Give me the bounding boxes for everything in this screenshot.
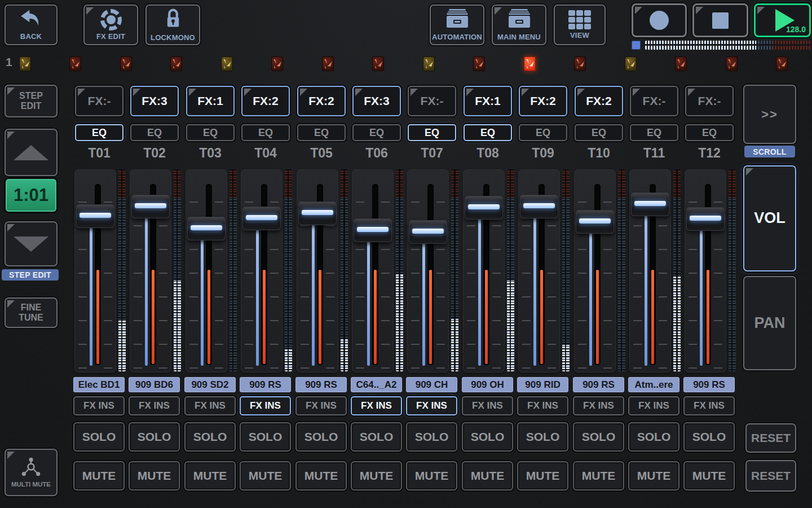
fader-panel-T05[interactable] (297, 169, 338, 373)
eq-button-T08[interactable]: EQ (464, 124, 512, 141)
eq-button-T07[interactable]: EQ (408, 124, 456, 141)
volume-fader-handle-T11[interactable] (631, 192, 669, 216)
view-button[interactable]: VIEW (554, 5, 606, 45)
step-up-button[interactable] (5, 129, 58, 176)
mute-button-T07[interactable]: MUTE (406, 461, 457, 491)
mute-button-T01[interactable]: MUTE (73, 461, 125, 491)
eq-button-T03[interactable]: EQ (186, 124, 235, 141)
fx-slot-button-T09[interactable]: FX:2 (519, 86, 567, 116)
track-name-T10[interactable]: 909 RS (573, 377, 624, 392)
track-select-pad-7[interactable] (322, 56, 334, 71)
fader-panel-T03[interactable] (186, 169, 227, 373)
fx-insert-button-T01[interactable]: FX INS (73, 396, 125, 415)
fx-slot-button-T11[interactable]: FX:- (630, 86, 678, 116)
fader-panel-T12[interactable] (685, 169, 726, 373)
reset-pan-button[interactable]: RESET (745, 460, 796, 492)
fader-panel-T10[interactable] (574, 169, 616, 373)
fader-panel-T06[interactable] (352, 169, 394, 373)
pan-mode-button[interactable]: PAN (743, 276, 796, 370)
solo-button-T06[interactable]: SOLO (351, 422, 402, 452)
volume-fader-handle-T07[interactable] (409, 220, 447, 244)
volume-fader-handle-T12[interactable] (686, 207, 725, 231)
volume-fader-handle-T01[interactable] (76, 204, 114, 228)
fx-insert-button-T07[interactable]: FX INS (406, 396, 457, 415)
play-button[interactable]: 128.0 (754, 3, 811, 37)
fader-panel-T02[interactable] (130, 169, 171, 373)
fx-slot-button-T04[interactable]: FX:2 (241, 86, 290, 116)
solo-button-T05[interactable]: SOLO (295, 422, 347, 452)
mute-button-T08[interactable]: MUTE (462, 461, 513, 491)
track-name-T12[interactable]: 909 RS (683, 377, 735, 392)
eq-button-T11[interactable]: EQ (630, 124, 678, 141)
eq-button-T12[interactable]: EQ (685, 124, 734, 141)
mute-button-T11[interactable]: MUTE (628, 461, 679, 491)
volume-fader-handle-T08[interactable] (465, 196, 503, 220)
solo-button-T10[interactable]: SOLO (573, 422, 624, 452)
fx-slot-button-T06[interactable]: FX:3 (352, 86, 401, 116)
eq-button-T05[interactable]: EQ (297, 124, 346, 141)
main-menu-button[interactable]: MAIN MENU (492, 5, 546, 45)
fader-panel-T11[interactable] (629, 169, 671, 373)
volume-fader-handle-T02[interactable] (131, 195, 170, 218)
fader-panel-T07[interactable] (407, 169, 449, 373)
solo-button-T09[interactable]: SOLO (517, 422, 568, 452)
solo-button-T11[interactable]: SOLO (628, 422, 679, 452)
multi-mute-button[interactable]: MULTI MUTE (5, 449, 58, 496)
track-name-T11[interactable]: Atm..ere (628, 377, 679, 392)
fader-panel-T04[interactable] (241, 169, 283, 373)
track-select-pad-14[interactable] (675, 56, 687, 71)
track-select-pad-12[interactable] (574, 56, 586, 71)
track-select-pad-9[interactable] (423, 56, 435, 71)
back-button[interactable]: BACK (5, 5, 58, 45)
automation-button[interactable]: AUTOMATION (430, 5, 484, 45)
reset-volume-button[interactable]: RESET (745, 423, 796, 453)
fx-slot-button-T03[interactable]: FX:1 (186, 86, 235, 116)
volume-fader-handle-T09[interactable] (520, 195, 558, 218)
track-select-pad-4[interactable] (170, 56, 182, 71)
mute-button-T03[interactable]: MUTE (184, 461, 236, 491)
volume-fader-handle-T10[interactable] (576, 210, 614, 234)
track-name-T09[interactable]: 909 RID (517, 377, 568, 392)
track-name-T07[interactable]: 909 CH (406, 377, 457, 392)
track-select-pad-13[interactable] (625, 56, 637, 71)
track-name-T02[interactable]: 909 BD6 (129, 377, 180, 392)
fx-insert-button-T11[interactable]: FX INS (628, 396, 679, 415)
fx-slot-button-T10[interactable]: FX:2 (575, 86, 623, 116)
track-select-pad-16[interactable] (776, 56, 788, 71)
track-name-T03[interactable]: 909 SD2 (184, 377, 236, 392)
track-name-T08[interactable]: 909 OH (462, 377, 513, 392)
fx-insert-button-T10[interactable]: FX INS (573, 396, 624, 415)
fx-insert-button-T09[interactable]: FX INS (517, 396, 568, 415)
fx-slot-button-T02[interactable]: FX:3 (130, 86, 179, 116)
vol-mode-button[interactable]: VOL (743, 165, 796, 271)
solo-button-T04[interactable]: SOLO (240, 422, 291, 452)
volume-fader-handle-T05[interactable] (298, 202, 337, 225)
fader-panel-T01[interactable] (74, 169, 116, 373)
scroll-button[interactable]: >> (743, 85, 796, 144)
track-select-pad-1[interactable] (19, 56, 31, 71)
fx-slot-button-T01[interactable]: FX:- (75, 86, 123, 116)
mute-button-T12[interactable]: MUTE (683, 461, 735, 491)
track-select-pad-11[interactable] (524, 56, 536, 71)
track-select-pad-10[interactable] (473, 56, 485, 71)
volume-fader-handle-T06[interactable] (354, 218, 392, 242)
track-select-pad-2[interactable] (69, 56, 81, 71)
fx-slot-button-T05[interactable]: FX:2 (297, 86, 346, 116)
record-button[interactable] (632, 3, 687, 37)
mute-button-T05[interactable]: MUTE (295, 461, 347, 491)
solo-button-T03[interactable]: SOLO (184, 422, 236, 452)
mute-button-T04[interactable]: MUTE (240, 461, 291, 491)
solo-button-T08[interactable]: SOLO (462, 422, 513, 452)
solo-button-T12[interactable]: SOLO (683, 422, 735, 452)
eq-button-T04[interactable]: EQ (241, 124, 290, 141)
fader-panel-T09[interactable] (518, 169, 560, 373)
solo-button-T01[interactable]: SOLO (73, 422, 125, 452)
fx-insert-button-T05[interactable]: FX INS (295, 396, 347, 415)
fx-insert-button-T02[interactable]: FX INS (129, 396, 180, 415)
fine-tune-button[interactable]: FINE TUNE (5, 297, 58, 328)
solo-button-T07[interactable]: SOLO (406, 422, 457, 452)
eq-button-T06[interactable]: EQ (352, 124, 401, 141)
fx-insert-button-T08[interactable]: FX INS (462, 396, 513, 415)
volume-fader-handle-T04[interactable] (242, 207, 281, 230)
track-name-T04[interactable]: 909 RS (240, 377, 291, 392)
